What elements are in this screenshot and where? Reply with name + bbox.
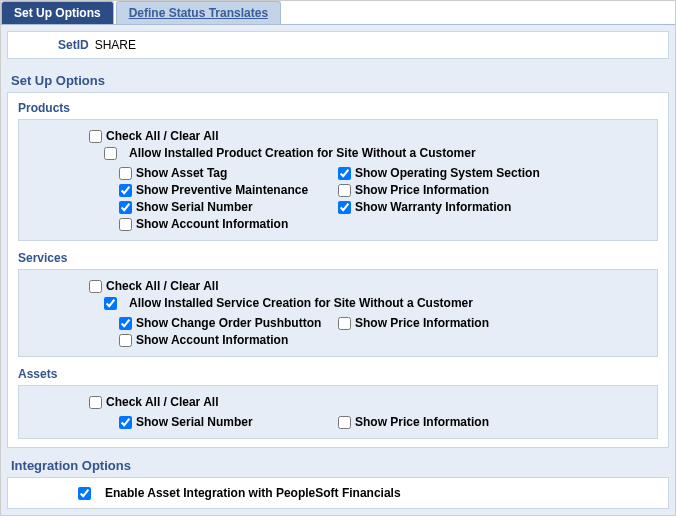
integration-enable-cb[interactable] <box>78 487 91 500</box>
services-account-cb[interactable] <box>119 334 132 347</box>
products-asset-tag-label: Show Asset Tag <box>136 166 227 180</box>
products-title: Products <box>18 101 658 115</box>
products-os-section-cb[interactable] <box>338 167 351 180</box>
services-body: Check All / Clear All Allow Installed Se… <box>18 269 658 357</box>
products-warranty-cb[interactable] <box>338 201 351 214</box>
integration-title: Integration Options <box>11 458 669 473</box>
content-area: SetID SHARE Set Up Options Products Chec… <box>1 25 675 515</box>
services-price-cb[interactable] <box>338 317 351 330</box>
products-allow-creation-cb[interactable] <box>104 147 117 160</box>
products-check-all-cb[interactable] <box>89 130 102 143</box>
products-check-all-label: Check All / Clear All <box>106 129 218 143</box>
page-root: Set Up Options Define Status Translates … <box>0 0 676 516</box>
products-price-label: Show Price Information <box>355 183 489 197</box>
products-prev-maint-label: Show Preventive Maintenance <box>136 183 308 197</box>
products-body: Check All / Clear All Allow Installed Pr… <box>18 119 658 241</box>
services-allow-creation-cb[interactable] <box>104 297 117 310</box>
assets-check-all-cb[interactable] <box>89 396 102 409</box>
services-title: Services <box>18 251 658 265</box>
assets-serial-cb[interactable] <box>119 416 132 429</box>
services-change-order-label: Show Change Order Pushbutton <box>136 316 321 330</box>
products-prev-maint-cb[interactable] <box>119 184 132 197</box>
products-os-section-label: Show Operating System Section <box>355 166 540 180</box>
section-box: Products Check All / Clear All Allow Ins… <box>7 92 669 448</box>
products-serial-label: Show Serial Number <box>136 200 253 214</box>
services-account-label: Show Account Information <box>136 333 288 347</box>
integration-enable-label: Enable Asset Integration with PeopleSoft… <box>105 486 401 500</box>
integration-box: Enable Asset Integration with PeopleSoft… <box>7 477 669 509</box>
section-title: Set Up Options <box>11 73 669 88</box>
services-check-all-cb[interactable] <box>89 280 102 293</box>
products-price-cb[interactable] <box>338 184 351 197</box>
tab-set-up-options[interactable]: Set Up Options <box>1 1 114 24</box>
products-account-label: Show Account Information <box>136 217 288 231</box>
assets-title: Assets <box>18 367 658 381</box>
products-account-cb[interactable] <box>119 218 132 231</box>
products-serial-cb[interactable] <box>119 201 132 214</box>
tab-define-status-translates[interactable]: Define Status Translates <box>116 1 281 24</box>
assets-serial-label: Show Serial Number <box>136 415 253 429</box>
assets-check-all-label: Check All / Clear All <box>106 395 218 409</box>
products-asset-tag-cb[interactable] <box>119 167 132 180</box>
services-change-order-cb[interactable] <box>119 317 132 330</box>
services-price-label: Show Price Information <box>355 316 489 330</box>
assets-price-cb[interactable] <box>338 416 351 429</box>
setid-box: SetID SHARE <box>7 31 669 59</box>
services-check-all-label: Check All / Clear All <box>106 279 218 293</box>
services-allow-creation-label: Allow Installed Service Creation for Sit… <box>129 296 473 310</box>
tab-bar: Set Up Options Define Status Translates <box>1 1 675 25</box>
assets-price-label: Show Price Information <box>355 415 489 429</box>
products-allow-creation-label: Allow Installed Product Creation for Sit… <box>129 146 476 160</box>
assets-body: Check All / Clear All Show Serial Number… <box>18 385 658 439</box>
products-warranty-label: Show Warranty Information <box>355 200 511 214</box>
setid-value: SHARE <box>95 38 136 52</box>
setid-label: SetID <box>58 38 89 52</box>
